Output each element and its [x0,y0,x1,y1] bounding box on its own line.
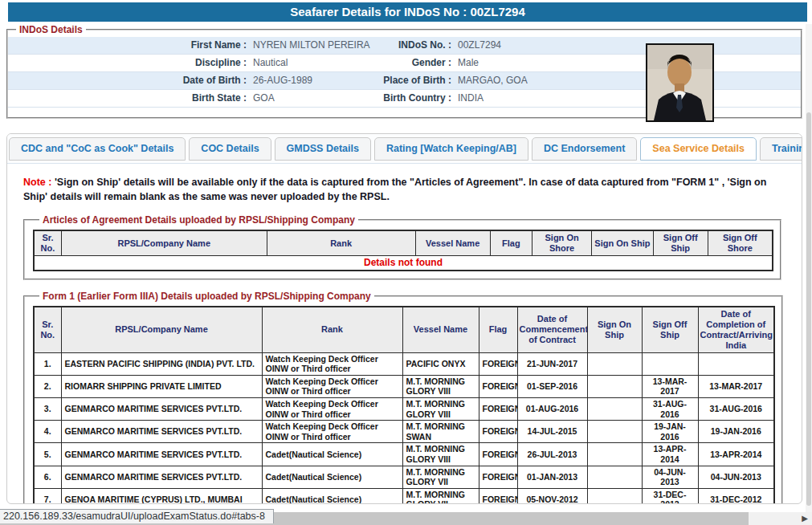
status-link-preview: 220.156.189.33/esamudraUI/uploadExamStat… [0,509,274,523]
field-value: GOA [253,90,373,107]
cell: Watch Keeping Deck Officer OINW or Third… [262,375,402,397]
articles-legend: Articles of Agreement Details uploaded b… [39,214,358,226]
column-header: Rank [267,230,415,255]
cell: PACIFIC ONYX [402,352,479,375]
table-row: 7.GENOA MARITIME (CYPRUS) LTD., MUMBAICa… [34,488,774,504]
table-row: 1.EASTERN PACIFIC SHIPPING (INDIA) PVT. … [34,352,774,375]
tab-sea-service-details[interactable]: Sea Service Details [640,137,757,161]
articles-empty-row: Details not found [34,256,773,271]
cell: 04-JUN-2013 [698,466,774,488]
cell: 1. [34,352,61,375]
cell: FOREIGN [479,352,517,375]
column-header: Sign On Ship [587,307,642,352]
cell [587,397,642,420]
column-header: Sr. No. [34,230,61,255]
cell: M.T. MORNING GLORY VIII [402,397,479,420]
field-label: Place of Birth : [373,72,458,89]
scroll-right-arrow-icon[interactable]: ▶ [799,513,810,524]
indos-details-legend: INDoS Details [16,24,86,35]
field-value: MARGAO, GOA [458,72,801,89]
cell: FOREIGN [479,375,517,397]
articles-of-agreement-section: Articles of Agreement Details uploaded b… [23,214,781,279]
cell: 13-MAR-2017 [642,375,698,397]
cell [698,352,774,375]
table-row: 4.GENMARCO MARITIME SERVICES PVT.LTD.Wat… [34,421,774,443]
field-label: INDoS No. : [373,37,458,54]
cell: GENOA MARITIME (CYPRUS) LTD., MUMBAI [61,488,262,504]
table-row: 5.GENMARCO MARITIME SERVICES PVT.LTD.Cad… [34,443,774,466]
page-title: Seafarer Details for INDoS No : 00ZL7294 [8,2,807,22]
tab-strip: CDC and "CoC as Cook" DetailsCOC Details… [7,134,802,164]
tab-cdc-and-coc-as-cook-details[interactable]: CDC and "CoC as Cook" Details [9,137,186,161]
field-value: NYREN MILTON PEREIRA [253,37,373,54]
vertical-scrollbar[interactable] [806,24,812,512]
cell: 13-MAR-2017 [698,375,774,397]
form1-body: 1.EASTERN PACIFIC SHIPPING (INDIA) PVT. … [34,352,774,504]
cell: 13-APR-2014 [642,443,698,466]
cell: 19-JAN-2016 [698,421,774,443]
tab-gmdss-details[interactable]: GMDSS Details [275,137,371,161]
cell: FOREIGN [479,443,517,466]
column-header: Rank [262,307,402,352]
table-row: 3.GENMARCO MARITIME SERVICES PVT.LTD.Wat… [34,397,774,420]
form1-header-row: Sr. No.RPSL/Company NameRankVessel NameF… [34,307,774,352]
cell [587,352,642,375]
tab-training-details[interactable]: Training Details [760,137,802,161]
cell: 14-JUL-2015 [517,421,587,443]
column-header: Date of Commencement of Contract [517,307,587,352]
table-row: 6.GENMARCO MARITIME SERVICES PVT.LTD.Cad… [34,466,774,488]
column-header: Sign Off Shore [708,230,773,255]
cell: 3. [34,397,61,420]
cell: 13-APR-2014 [698,443,774,466]
field-value: 26-AUG-1989 [253,72,373,89]
field-label: Gender : [373,55,458,71]
cell: 21-JUN-2017 [517,352,587,375]
column-header: Sign On Shore [532,230,592,255]
field-value: Nautical [253,55,373,71]
articles-table: Sr. No.RPSL/Company NameRankVessel NameF… [33,230,773,271]
cell: 26-JUL-2013 [517,443,587,466]
cell: Cadet(Nautical Science) [262,443,402,466]
articles-header-row: Sr. No.RPSL/Company NameRankVessel NameF… [34,230,773,255]
cell: Watch Keeping Deck Officer OINW or Third… [262,397,402,420]
cell [587,488,642,504]
tab-rating-watch-keeping-ab[interactable]: Rating [Watch Keeping/AB] [374,137,528,161]
vertical-scrollbar-thumb[interactable] [806,112,811,506]
column-header: RPSL/Company Name [61,307,262,352]
cell: 5. [34,443,61,466]
cell: FOREIGN [479,421,517,443]
tab-coc-details[interactable]: COC Details [189,137,271,161]
tab-panel-container: CDC and "CoC as Cook" DetailsCOC Details… [6,133,802,504]
cell: Cadet(Nautical Science) [262,466,402,488]
cell: 31-DEC-2012 [698,488,774,504]
cell: 31-DEC-2012 [642,488,698,504]
column-header: Date of Completion of Contract/Arriving … [698,307,774,352]
cell [587,421,642,443]
cell: Cadet(Nautical Science) [262,488,402,504]
field-value: Male [458,55,801,71]
cell [642,352,698,375]
column-header: Vessel Name [415,230,490,255]
form1-section: Form 1 (Earlier Form IIIA) Details uploa… [23,291,783,504]
cell: GENMARCO MARITIME SERVICES PVT.LTD. [61,466,262,488]
column-header: Vessel Name [402,307,479,352]
cell: M.T. MORNING GLORY VIII [402,375,479,397]
cell: M.T. MORNING GLORY VII [402,466,479,488]
field-label: Birth Country : [373,90,458,107]
field-value: INDIA [458,90,801,107]
cell: GENMARCO MARITIME SERVICES PVT.LTD. [61,421,262,443]
tab-dc-endorsement[interactable]: DC Endorsement [532,137,637,161]
cell: 31-AUG-2016 [698,397,774,420]
seafarer-photo [646,43,714,122]
details-not-found-message: Details not found [34,256,773,271]
cell: GENMARCO MARITIME SERVICES PVT.LTD. [61,397,262,420]
form1-legend: Form 1 (Earlier Form IIIA) Details uploa… [39,291,374,302]
field-label: Date of Birth : [8,72,253,89]
indos-details-section: INDoS Details First Name :NYREN MILTON P… [6,24,802,119]
cell: 19-JAN-2016 [642,421,698,443]
cell [587,443,642,466]
cell: M.T. MORNING SWAN [402,421,479,443]
cell: GENMARCO MARITIME SERVICES PVT.LTD. [61,443,262,466]
form1-table: Sr. No.RPSL/Company NameRankVessel NameF… [33,306,775,504]
column-header: Sr. No. [34,307,61,352]
